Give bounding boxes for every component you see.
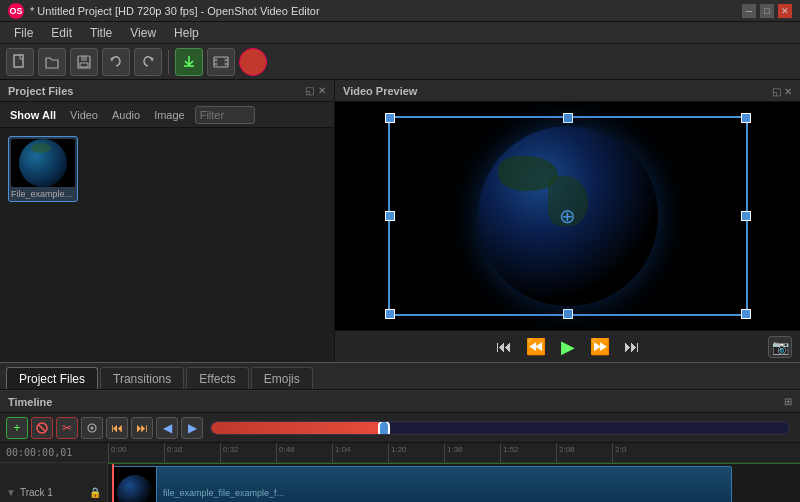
handle-bottom-right[interactable]	[741, 309, 751, 319]
menu-title[interactable]: Title	[82, 24, 120, 42]
handle-top-mid[interactable]	[563, 113, 573, 123]
earth-thumbnail	[19, 139, 67, 187]
project-files-header: Project Files ◱ ✕	[0, 80, 334, 102]
panel-close-button[interactable]: ✕	[318, 85, 326, 96]
playhead	[112, 464, 114, 502]
timeline-progress-bar[interactable]	[210, 421, 790, 435]
handle-bottom-left[interactable]	[385, 309, 395, 319]
clip-label: file_example_file_example_f...	[157, 488, 290, 498]
filter-input[interactable]	[195, 106, 255, 124]
jump-end-button[interactable]: ⏭	[131, 417, 153, 439]
tab-audio[interactable]: Audio	[108, 108, 144, 122]
menu-help[interactable]: Help	[166, 24, 207, 42]
left-panel: Project Files ◱ ✕ Show All Video Audio I…	[0, 80, 335, 362]
filmstrip-button[interactable]	[207, 48, 235, 76]
preview-undock-button[interactable]: ◱	[772, 86, 781, 97]
clip-earth-icon	[117, 475, 153, 503]
record-button[interactable]	[239, 48, 267, 76]
redo-button[interactable]	[134, 48, 162, 76]
files-grid: File_example_MP...	[0, 128, 334, 362]
timeline-title: Timeline	[8, 396, 52, 408]
menu-edit[interactable]: Edit	[43, 24, 80, 42]
rewind-button[interactable]: ⏪	[524, 335, 548, 359]
razor-button[interactable]: ✂	[56, 417, 78, 439]
undo-button[interactable]	[102, 48, 130, 76]
ruler-tick-136: 1:36	[444, 443, 500, 462]
track-lock-icon[interactable]: 🔒	[89, 487, 101, 498]
clip-thumbnail	[113, 467, 157, 502]
ruler-tick-0: 0:00	[108, 443, 164, 462]
open-project-button[interactable]	[38, 48, 66, 76]
handle-top-right[interactable]	[741, 113, 751, 123]
ruler-tick-end: 2:0	[612, 443, 668, 462]
ruler-tick-48: 0:48	[276, 443, 332, 462]
preview-close-button[interactable]: ✕	[784, 86, 792, 97]
zoom-out-button[interactable]: ◀	[156, 417, 178, 439]
filter-tabs: Show All Video Audio Image	[0, 102, 334, 128]
panel-controls: ◱ ✕	[305, 85, 326, 96]
title-bar: OS * Untitled Project [HD 720p 30 fps] -…	[0, 0, 800, 22]
maximize-button[interactable]: □	[760, 4, 774, 18]
tab-project-files[interactable]: Project Files	[6, 367, 98, 389]
track-content: file_example_file_example_f...	[108, 463, 800, 502]
ruler-tick-32: 0:32	[220, 443, 276, 462]
track-name: Track 1	[20, 487, 53, 498]
skip-forward-button[interactable]: ⏭	[620, 335, 644, 359]
svg-rect-6	[214, 63, 217, 65]
handle-top-left[interactable]	[385, 113, 395, 123]
tab-transitions[interactable]: Transitions	[100, 367, 184, 389]
handle-mid-right[interactable]	[741, 211, 751, 221]
panel-undock-button[interactable]: ◱	[305, 85, 314, 96]
svg-point-14	[91, 426, 94, 429]
timeline: Timeline ⊞ + ✂ ⏮ ⏭ ◀ ▶ 00:00:00,01 0:00 …	[0, 390, 800, 502]
import-button[interactable]	[175, 48, 203, 76]
play-button[interactable]: ▶	[556, 335, 580, 359]
fast-forward-button[interactable]: ⏩	[588, 335, 612, 359]
jump-start-button[interactable]: ⏮	[106, 417, 128, 439]
remove-clip-button[interactable]	[31, 417, 53, 439]
tab-effects[interactable]: Effects	[186, 367, 248, 389]
title-text: * Untitled Project [HD 720p 30 fps] - Op…	[30, 5, 320, 17]
add-track-button[interactable]: +	[6, 417, 28, 439]
ruler-tick-16: 0:16	[164, 443, 220, 462]
ruler-tick-120: 1:20	[388, 443, 444, 462]
track-label: ▼ Track 1 🔒	[0, 463, 108, 502]
crosshair-icon: ⊕	[556, 204, 580, 228]
tab-image[interactable]: Image	[150, 108, 189, 122]
tab-video[interactable]: Video	[66, 108, 102, 122]
preview-title: Video Preview	[343, 85, 417, 97]
progress-fill	[211, 422, 384, 434]
tab-show-all[interactable]: Show All	[6, 108, 60, 122]
menu-bar: File Edit Title View Help	[0, 22, 800, 44]
center-button[interactable]	[81, 417, 103, 439]
handle-mid-left[interactable]	[385, 211, 395, 221]
ruler-ticks: 0:00 0:16 0:32 0:48 1:04 1:20 1:36 1:52 …	[108, 443, 668, 462]
menu-view[interactable]: View	[122, 24, 164, 42]
svg-rect-8	[225, 63, 228, 65]
ruler-tick-104: 1:04	[332, 443, 388, 462]
svg-rect-3	[80, 63, 88, 67]
video-controls: ⏮ ⏪ ▶ ⏩ ⏭ 📷	[335, 330, 800, 362]
screenshot-button[interactable]: 📷	[768, 336, 792, 358]
handle-bottom-mid[interactable]	[563, 309, 573, 319]
progress-handle[interactable]	[378, 421, 390, 435]
preview-panel-controls: ◱ ✕	[772, 84, 792, 98]
toolbar	[0, 44, 800, 80]
minimize-button[interactable]: ─	[742, 4, 756, 18]
zoom-in-button[interactable]: ▶	[181, 417, 203, 439]
menu-file[interactable]: File	[6, 24, 41, 42]
window-controls: ─ □ ✕	[742, 4, 792, 18]
close-button[interactable]: ✕	[778, 4, 792, 18]
timeline-expand-button[interactable]: ⊞	[784, 396, 792, 407]
tab-emojis[interactable]: Emojis	[251, 367, 313, 389]
video-preview-header: Video Preview ◱ ✕	[335, 80, 800, 102]
save-project-button[interactable]	[70, 48, 98, 76]
skip-back-button[interactable]: ⏮	[492, 335, 516, 359]
file-thumbnail	[11, 139, 75, 187]
new-project-button[interactable]	[6, 48, 34, 76]
timeline-header: Timeline ⊞	[0, 391, 800, 413]
file-item[interactable]: File_example_MP...	[8, 136, 78, 202]
track-collapse-arrow[interactable]: ▼	[6, 487, 16, 498]
clip-block[interactable]: file_example_file_example_f...	[112, 466, 732, 502]
main-panels: Project Files ◱ ✕ Show All Video Audio I…	[0, 80, 800, 362]
